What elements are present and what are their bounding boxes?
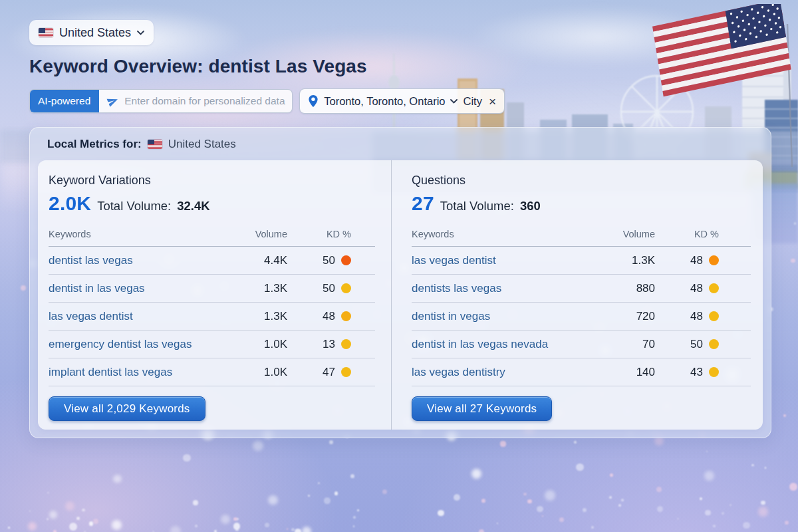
- col-volume: Volume: [595, 229, 655, 239]
- metrics-card: Keyword Variations 2.0K Total Volume: 32…: [38, 160, 763, 430]
- view-all-keywords-button[interactable]: View all 2,029 Keywords: [49, 396, 205, 421]
- kd-dot: [341, 367, 351, 377]
- volume-value: 4.4K: [227, 254, 287, 267]
- volume-value: 1.3K: [595, 254, 655, 267]
- keyword-link[interactable]: dentist las vegas: [49, 254, 227, 267]
- kd-dot: [709, 283, 719, 293]
- kd-dot: [709, 255, 719, 265]
- keyword-link[interactable]: dentist in vegas: [412, 310, 595, 323]
- chevron-down-icon: [137, 31, 144, 35]
- questions-section: Questions 27 Total Volume: 360 Keywords …: [392, 160, 763, 430]
- question-count: 27: [412, 192, 434, 215]
- section-title: Questions: [412, 174, 751, 188]
- volume-value: 1.0K: [227, 366, 287, 379]
- local-metrics-country: United States: [168, 138, 236, 151]
- total-volume-value: 32.4K: [177, 199, 209, 213]
- keyword-count: 2.0K: [49, 192, 91, 215]
- col-volume: Volume: [227, 229, 287, 239]
- domain-input[interactable]: [124, 90, 292, 112]
- table-row: implant dentist las vegas 1.0K 47: [49, 358, 375, 386]
- kd-dot: [709, 367, 719, 377]
- kd-dot: [341, 283, 351, 293]
- section-stats: 2.0K Total Volume: 32.4K: [49, 192, 375, 215]
- us-flag-icon: [148, 140, 162, 149]
- col-kd: KD %: [655, 229, 719, 239]
- page-title: Keyword Overview: dentist Las Vegas: [29, 56, 771, 77]
- location-value: Toronto, Toronto, Ontario: [324, 95, 445, 108]
- toolbar: AI-powered Toronto, Toronto, Ontario Cit…: [29, 88, 771, 114]
- total-volume-value: 360: [520, 199, 541, 213]
- table-row: las vegas dentist 1.3K 48: [49, 303, 375, 331]
- keyword-link[interactable]: las vegas dentistry: [412, 366, 595, 379]
- volume-value: 140: [595, 366, 655, 379]
- volume-value: 880: [595, 282, 655, 295]
- table-row: las vegas dentistry 140 43: [412, 358, 751, 386]
- volume-value: 1.3K: [227, 310, 287, 323]
- kd-value: 48: [323, 310, 335, 323]
- kd-value: 48: [690, 282, 703, 295]
- volume-value: 70: [595, 338, 655, 351]
- kd-dot: [341, 311, 351, 321]
- table-row: emergency dentist las vegas 1.0K 13: [49, 331, 375, 358]
- table-header-row: Keywords Volume KD %: [412, 229, 751, 247]
- kd-value: 50: [323, 254, 335, 267]
- country-selector[interactable]: United States: [29, 20, 154, 45]
- kd-value: 47: [323, 366, 335, 379]
- volume-value: 1.0K: [227, 338, 287, 351]
- col-keywords: Keywords: [49, 229, 227, 239]
- location-chevron-down-icon[interactable]: [450, 99, 458, 104]
- keyword-link[interactable]: las vegas dentist: [49, 310, 227, 323]
- keyword-link[interactable]: emergency dentist las vegas: [49, 338, 227, 351]
- location-pin-icon: [308, 94, 319, 108]
- keyword-link[interactable]: dentists las vegas: [412, 282, 595, 295]
- local-metrics-label: Local Metrics for:: [47, 138, 142, 151]
- keyword-link[interactable]: dentist in las vegas nevada: [412, 338, 595, 351]
- kd-dot: [341, 255, 351, 265]
- kd-dot: [341, 339, 351, 349]
- keyword-variations-section: Keyword Variations 2.0K Total Volume: 32…: [38, 160, 392, 430]
- ai-powered-badge[interactable]: AI-powered: [29, 89, 99, 113]
- location-scope-label: City: [463, 95, 481, 108]
- country-selector-label: United States: [59, 26, 131, 40]
- table-row: dentist las vegas 4.4K 50: [49, 247, 375, 275]
- keyword-link[interactable]: las vegas dentist: [412, 254, 595, 267]
- local-metrics-header: Local Metrics for: United States: [30, 128, 771, 160]
- table-header-row: Keywords Volume KD %: [49, 229, 375, 247]
- keywords-table: Keywords Volume KD % dentist las vegas 4…: [49, 229, 375, 386]
- col-kd: KD %: [287, 229, 351, 239]
- kd-value: 50: [690, 338, 703, 351]
- kd-dot: [709, 311, 719, 321]
- kd-value: 48: [690, 254, 703, 267]
- domain-input-group: AI-powered: [29, 89, 293, 113]
- table-row: dentist in las vegas nevada 70 50: [412, 331, 751, 358]
- kd-dot: [709, 339, 719, 349]
- questions-table: Keywords Volume KD % las vegas dentist 1…: [412, 229, 751, 386]
- table-row: dentists las vegas 880 48: [412, 275, 751, 303]
- location-remove-icon[interactable]: ×: [489, 95, 496, 108]
- location-selector[interactable]: Toronto, Toronto, Ontario City ×: [299, 88, 505, 114]
- local-metrics-panel: Local Metrics for: United States Keyword…: [29, 127, 771, 438]
- table-row: dentist in las vegas 1.3K 50: [49, 275, 375, 303]
- col-keywords: Keywords: [412, 229, 595, 239]
- kd-value: 48: [690, 310, 703, 323]
- total-volume-label: Total Volume:: [440, 199, 514, 213]
- keyword-link[interactable]: implant dentist las vegas: [49, 366, 227, 379]
- section-stats: 27 Total Volume: 360: [412, 192, 751, 215]
- table-row: las vegas dentist 1.3K 48: [412, 247, 751, 275]
- us-flag-icon: [39, 28, 53, 37]
- kd-value: 43: [690, 366, 703, 379]
- volume-value: 1.3K: [227, 282, 287, 295]
- paper-plane-icon: [107, 95, 119, 107]
- view-all-questions-button[interactable]: View all 27 Keywords: [412, 396, 552, 421]
- keyword-link[interactable]: dentist in las vegas: [49, 282, 227, 295]
- table-row: dentist in vegas 720 48: [412, 303, 751, 331]
- kd-value: 50: [323, 282, 335, 295]
- kd-value: 13: [323, 338, 335, 351]
- section-title: Keyword Variations: [49, 174, 375, 188]
- volume-value: 720: [595, 310, 655, 323]
- total-volume-label: Total Volume:: [97, 199, 171, 213]
